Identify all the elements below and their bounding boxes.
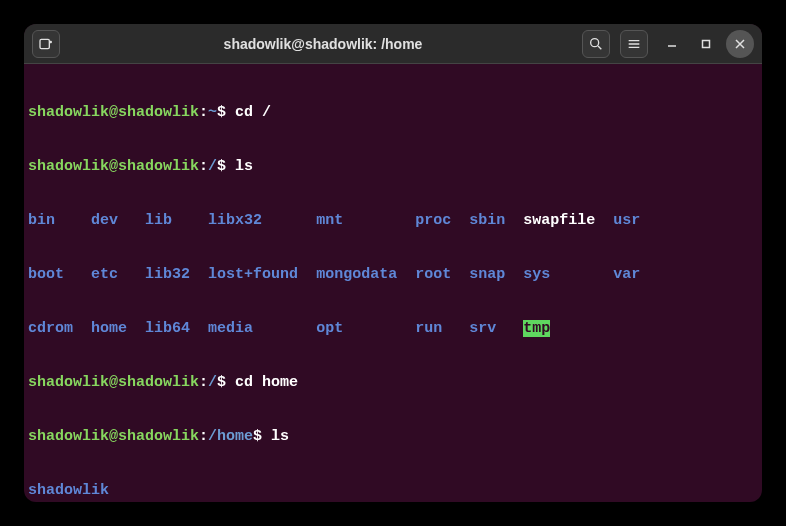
dir-entry: usr xyxy=(613,212,640,229)
ls-output-row: cdrom home lib64 media opt run srv tmp xyxy=(28,320,762,338)
dir-entry: media xyxy=(208,320,253,337)
dir-entry: bin xyxy=(28,212,55,229)
maximize-button[interactable] xyxy=(692,30,720,58)
terminal-window: shadowlik@shadowlik: /home shadowlik@sha… xyxy=(24,24,762,502)
window-title: shadowlik@shadowlik: /home xyxy=(64,36,582,52)
path: / xyxy=(208,374,217,391)
file-entry: swapfile xyxy=(523,212,595,229)
dir-entry: shadowlik xyxy=(28,482,109,499)
dir-entry: libx32 xyxy=(208,212,262,229)
prompt-line: shadowlik@shadowlik:/$ ls xyxy=(28,158,762,176)
dir-entry: mongodata xyxy=(316,266,397,283)
user-host: shadowlik@shadowlik xyxy=(28,428,199,445)
dir-entry: root xyxy=(415,266,451,283)
user-host: shadowlik@shadowlik xyxy=(28,104,199,121)
command: ls xyxy=(235,158,253,175)
command: cd home xyxy=(235,374,298,391)
dir-entry: var xyxy=(613,266,640,283)
ls-output-row: shadowlik xyxy=(28,482,762,500)
dir-entry: sys xyxy=(523,266,550,283)
dir-entry: dev xyxy=(91,212,118,229)
titlebar: shadowlik@shadowlik: /home xyxy=(24,24,762,64)
dir-entry: home xyxy=(91,320,127,337)
dir-entry: lib64 xyxy=(145,320,190,337)
path: / xyxy=(208,158,217,175)
ls-output-row: bin dev lib libx32 mnt proc sbin swapfil… xyxy=(28,212,762,230)
svg-point-1 xyxy=(591,38,599,46)
new-tab-button[interactable] xyxy=(32,30,60,58)
dir-entry: proc xyxy=(415,212,451,229)
path: /home xyxy=(208,428,253,445)
dir-entry: cdrom xyxy=(28,320,73,337)
dir-entry: boot xyxy=(28,266,64,283)
prompt-line: shadowlik@shadowlik:/home$ ls xyxy=(28,428,762,446)
svg-rect-2 xyxy=(703,40,710,47)
user-host: shadowlik@shadowlik xyxy=(28,374,199,391)
dir-entry: opt xyxy=(316,320,343,337)
command: ls xyxy=(271,428,289,445)
dir-entry-highlight: tmp xyxy=(523,320,550,337)
dir-entry: snap xyxy=(469,266,505,283)
svg-rect-0 xyxy=(40,39,49,48)
dir-entry: run xyxy=(415,320,442,337)
dir-entry: mnt xyxy=(316,212,343,229)
menu-button[interactable] xyxy=(620,30,648,58)
search-button[interactable] xyxy=(582,30,610,58)
minimize-button[interactable] xyxy=(658,30,686,58)
user-host: shadowlik@shadowlik xyxy=(28,158,199,175)
path: ~ xyxy=(208,104,217,121)
dir-entry: sbin xyxy=(469,212,505,229)
prompt-line: shadowlik@shadowlik:/$ cd home xyxy=(28,374,762,392)
prompt-line: shadowlik@shadowlik:~$ cd / xyxy=(28,104,762,122)
ls-output-row: boot etc lib32 lost+found mongodata root… xyxy=(28,266,762,284)
close-button[interactable] xyxy=(726,30,754,58)
dir-entry: srv xyxy=(469,320,496,337)
dir-entry: lib xyxy=(145,212,172,229)
dir-entry: etc xyxy=(91,266,118,283)
dir-entry: lib32 xyxy=(145,266,190,283)
command: cd / xyxy=(235,104,271,121)
dir-entry: lost+found xyxy=(208,266,298,283)
terminal-body[interactable]: shadowlik@shadowlik:~$ cd / shadowlik@sh… xyxy=(24,64,762,502)
